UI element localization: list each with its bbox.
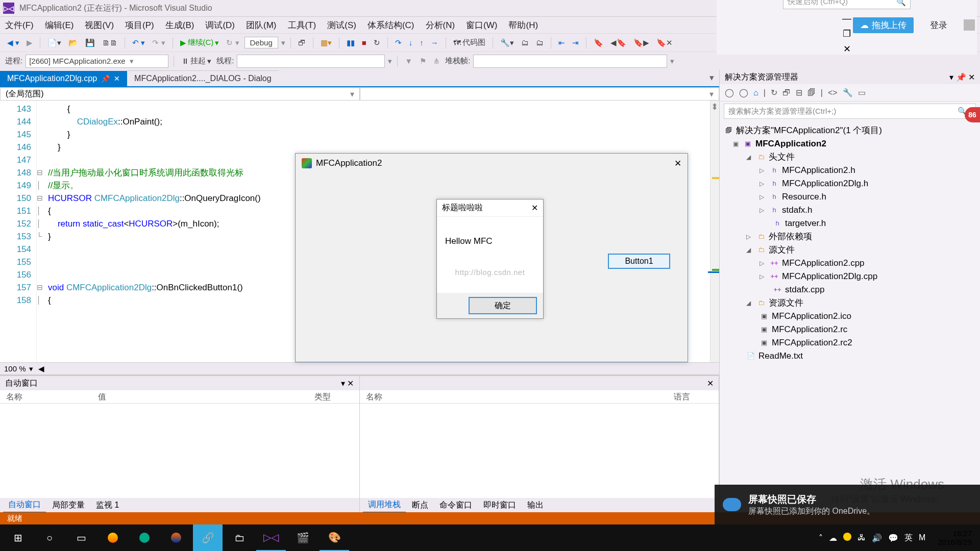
pause-button[interactable]: ▮▮ (345, 37, 357, 48)
menu-window[interactable]: 窗口(W) (466, 19, 497, 31)
wrench-icon[interactable]: 🔧 (843, 88, 853, 97)
solex-search-input[interactable]: 搜索解决方案资源管理器(Ctrl+;) 🔍▾ (724, 104, 976, 119)
suspend-button[interactable]: ⏸ 挂起 ▾ (179, 55, 213, 67)
explorer-icon[interactable]: 🗀 (225, 524, 254, 551)
run-to-cursor-button[interactable]: → (429, 37, 440, 48)
close-button[interactable]: ✕ (840, 43, 854, 55)
menu-debug[interactable]: 调试(D) (205, 19, 235, 31)
refresh-icon[interactable]: ↻ (771, 88, 777, 97)
step-into-icon[interactable]: 🗗 (296, 37, 308, 48)
tab-command[interactable]: 命令窗口 (434, 498, 477, 512)
collapse-icon[interactable]: ⊟ (796, 88, 802, 97)
notifications-icon[interactable]: 💬 (888, 533, 898, 543)
split-icon[interactable]: ⬍ (711, 102, 718, 112)
taskview-icon[interactable]: ▭ (66, 524, 96, 551)
side-badge[interactable]: 86 (965, 107, 980, 122)
panel-close-icon[interactable]: ✕ (707, 379, 714, 388)
refresh-button[interactable]: ↻ ▾ (224, 37, 241, 48)
menu-team[interactable]: 团队(M) (246, 19, 276, 31)
step-out-button[interactable]: ↑ (418, 37, 426, 48)
view-icon[interactable]: ▭ (858, 88, 866, 97)
sync-icon[interactable]: 🗗 (782, 88, 791, 97)
mfc-close-icon[interactable]: ✕ (674, 158, 681, 169)
tool-icon[interactable]: 🔧▾ (498, 37, 516, 48)
restart-button[interactable]: ↻ (372, 37, 382, 48)
bookmark-icon[interactable]: 🔖 (592, 37, 605, 48)
comment-icon[interactable]: ▦▾ (318, 37, 334, 48)
step-over-button[interactable]: ↷ (393, 37, 404, 48)
menu-analyze[interactable]: 分析(N) (426, 19, 455, 31)
network-icon[interactable]: 🖧 (857, 533, 866, 542)
menu-view[interactable]: 视图(V) (85, 19, 114, 31)
app-icon[interactable] (98, 524, 128, 551)
undo-button[interactable]: ↶ ▾ (130, 37, 147, 48)
tab-autos[interactable]: 自动窗口 (3, 498, 46, 513)
menu-help[interactable]: 帮助(H) (508, 19, 538, 31)
indent-less-icon[interactable]: ⇤ (556, 37, 567, 48)
thread-dropdown[interactable] (237, 55, 385, 68)
firefox-icon[interactable] (161, 524, 191, 551)
start-button[interactable]: ⊞ (3, 524, 33, 551)
tab-watch1[interactable]: 监视 1 (91, 498, 124, 512)
tab-breakpoints[interactable]: 断点 (407, 498, 433, 512)
new-project-button[interactable]: 📄▾ (45, 37, 63, 48)
ime-indicator[interactable]: 英 (904, 533, 913, 543)
upload-button[interactable]: ☁拖拽上传 (853, 17, 914, 33)
prev-bookmark-icon[interactable]: ◀🔖 (608, 37, 628, 48)
open-button[interactable]: 📂 (66, 37, 80, 48)
stop-button[interactable]: ■ (360, 37, 369, 48)
config-dropdown[interactable]: Debug (244, 37, 278, 48)
fwd-icon[interactable]: ◯ (739, 88, 748, 97)
save-button[interactable]: 💾 (83, 37, 97, 48)
solex-close-icon[interactable]: ✕ (968, 73, 975, 82)
vs-taskbar-icon[interactable]: ▷◁ (256, 524, 286, 551)
home-icon[interactable]: ⌂ (753, 88, 758, 97)
msgbox-close-icon[interactable]: ✕ (531, 203, 538, 213)
filter-icon[interactable]: ▼ (403, 56, 414, 66)
volume-icon[interactable]: 🔊 (872, 533, 882, 543)
showall-icon[interactable]: 🗐 (807, 88, 816, 97)
solex-pin-icon[interactable]: 📌 (956, 73, 966, 82)
solution-tree[interactable]: 🗐解决方案"MFCApplication2"(1 个项目) ▣▣MFCAppli… (720, 121, 980, 366)
user-icon[interactable] (964, 19, 975, 31)
tray-icon[interactable] (843, 533, 851, 543)
col-name[interactable]: 名称 (0, 390, 92, 403)
continue-button[interactable]: ▶ 继续(C) ▾ (178, 37, 222, 48)
codemap-button[interactable]: 🗺 代码图 (451, 37, 487, 48)
signin-button[interactable]: 登录 (925, 17, 952, 33)
threads-icon[interactable]: ⋔ (431, 56, 442, 67)
col-lang[interactable]: 语言 (668, 390, 719, 403)
menu-tools[interactable]: 工具(T) (288, 19, 316, 31)
onedrive-icon[interactable]: ☁ (829, 533, 837, 543)
cortana-icon[interactable]: ○ (35, 524, 64, 551)
save-all-button[interactable]: 🗎🗎 (100, 37, 119, 48)
tab-overflow-icon[interactable]: ▾ (704, 69, 719, 86)
onedrive-toast[interactable]: 屏幕快照已保存 屏幕快照已添加到你的 OneDrive。 (715, 485, 980, 524)
nav-fwd-button[interactable]: ▶ (24, 37, 35, 48)
flag-icon[interactable]: ⚑ (418, 56, 428, 67)
col-name2[interactable]: 名称 (360, 390, 668, 403)
app-icon[interactable]: 🎬 (288, 524, 317, 551)
zoom-level[interactable]: 100 % (4, 364, 26, 373)
col-type[interactable]: 类型 (308, 390, 359, 403)
app-icon[interactable] (130, 524, 159, 551)
mfc-app-icon[interactable]: 🎨 (320, 524, 349, 551)
indent-more-icon[interactable]: ⇥ (570, 37, 581, 48)
tray-chevron-icon[interactable]: ˄ (819, 533, 823, 543)
tool-icon3[interactable]: 🗂 (534, 37, 546, 48)
zoom-dropdown-icon[interactable]: ▾ (29, 364, 33, 373)
tab-locals[interactable]: 局部变量 (47, 498, 90, 512)
clear-bookmarks-icon[interactable]: 🔖✕ (654, 37, 675, 48)
step-into-button[interactable]: ↓ (407, 37, 415, 48)
back-icon[interactable]: ◯ (725, 88, 734, 97)
button1[interactable]: Button1 (608, 254, 670, 269)
tab-output[interactable]: 输出 (522, 498, 549, 512)
scope-dropdown[interactable]: (全局范围)▾ (0, 87, 360, 101)
editor-overview-ruler[interactable]: ⬍ (710, 101, 719, 362)
tab-callstack[interactable]: 调用堆栈 (363, 498, 406, 513)
minimize-button[interactable]: — (840, 13, 854, 24)
menu-project[interactable]: 项目(P) (125, 19, 154, 31)
fold-gutter[interactable]: ⊟│⊟││└ ⊟│ (37, 101, 45, 362)
nav-back-button[interactable]: ◀ ▾ (5, 37, 21, 48)
pin-icon[interactable]: 📌 (101, 74, 110, 83)
